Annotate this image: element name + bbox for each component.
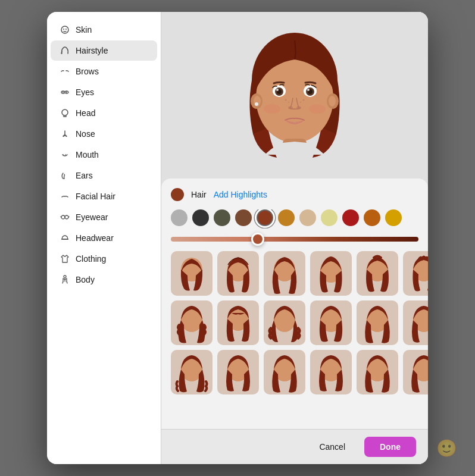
sidebar-item-eyewear[interactable]: Eyewear <box>51 207 157 227</box>
sidebar-item-ears[interactable]: Ears <box>51 165 157 186</box>
color-slider-thumb[interactable] <box>251 233 264 246</box>
cancel-button[interactable]: Cancel <box>307 438 357 456</box>
sidebar-nose-label: Nose <box>76 129 95 139</box>
hairstyle-item-15[interactable] <box>264 350 305 394</box>
swatch-red[interactable] <box>342 209 359 226</box>
avatar-preview <box>161 12 428 178</box>
sidebar-head-label: Head <box>76 108 95 118</box>
svg-line-13 <box>61 217 61 217</box>
hairstyle-item-5[interactable] <box>357 251 398 296</box>
color-swatches <box>171 209 418 228</box>
sidebar-item-nose[interactable]: Nose <box>51 124 157 144</box>
svg-point-0 <box>61 26 68 33</box>
hairstyle-item-4[interactable] <box>310 251 352 296</box>
clothing-icon <box>59 253 71 265</box>
hairstyle-item-12[interactable] <box>403 300 428 345</box>
sidebar-hairstyle-label: Hairstyle <box>76 46 108 55</box>
svg-point-37 <box>285 99 287 101</box>
swatch-brown[interactable] <box>235 209 252 226</box>
hairstyle-item-10[interactable] <box>310 300 352 345</box>
head-icon <box>59 107 71 119</box>
swatch-blonde[interactable] <box>321 209 338 226</box>
sidebar-item-headwear[interactable]: Headwear <box>51 228 157 248</box>
svg-point-6 <box>62 92 64 93</box>
sidebar-ears-label: Ears <box>76 171 93 180</box>
sidebar-mouth-label: Mouth <box>76 150 99 159</box>
svg-point-39 <box>303 99 305 101</box>
modal-container: Skin Hairstyle <box>47 12 428 464</box>
sidebar-item-body[interactable]: Body <box>51 270 157 290</box>
svg-line-17 <box>62 281 63 283</box>
swatch-gray[interactable] <box>171 209 188 226</box>
swatch-golden[interactable] <box>278 209 295 226</box>
main-content: Hair Add Highlights <box>161 12 428 464</box>
sidebar-item-brows[interactable]: Brows <box>51 61 157 82</box>
svg-point-35 <box>288 107 293 109</box>
hairstyle-item-13[interactable] <box>171 350 212 394</box>
hairstyle-icon <box>59 45 71 57</box>
hairstyle-grid <box>171 251 418 394</box>
hairstyle-item-3[interactable] <box>264 251 305 296</box>
sidebar-headwear-label: Headwear <box>76 233 114 243</box>
svg-point-31 <box>276 89 279 91</box>
sidebar-item-head[interactable]: Head <box>51 103 157 123</box>
sidebar-eyewear-label: Eyewear <box>76 212 108 222</box>
hair-label-row: Hair Add Highlights <box>171 188 418 201</box>
hairstyle-item-18[interactable] <box>403 350 428 394</box>
sidebar-clothing-label: Clothing <box>76 254 106 264</box>
facial-hair-icon <box>59 190 71 202</box>
svg-line-3 <box>61 51 62 54</box>
sidebar-facial-hair-label: Facial Hair <box>76 192 115 201</box>
hairstyle-item-11[interactable] <box>357 300 398 345</box>
hair-color-dot <box>171 188 184 201</box>
ears-icon <box>59 170 71 181</box>
bottom-bar: Cancel Done <box>161 429 428 464</box>
sidebar-item-facial-hair[interactable]: Facial Hair <box>51 186 157 206</box>
color-slider-track[interactable] <box>171 237 418 242</box>
hairstyle-item-8[interactable] <box>217 300 259 345</box>
hairstyle-item-9[interactable] <box>264 300 305 345</box>
hairstyle-item-17[interactable] <box>357 350 398 394</box>
done-button[interactable]: Done <box>364 437 416 457</box>
body-icon <box>59 274 71 286</box>
hairstyle-item-1[interactable] <box>171 251 212 296</box>
swatch-black[interactable] <box>192 209 209 226</box>
hairstyle-item-7[interactable] <box>171 300 212 345</box>
hairstyle-item-6[interactable] <box>403 251 428 296</box>
svg-line-14 <box>68 217 69 217</box>
nose-icon <box>59 128 71 140</box>
sidebar: Skin Hairstyle <box>47 12 161 464</box>
svg-point-8 <box>62 109 68 115</box>
swatch-dark-olive[interactable] <box>214 209 230 226</box>
svg-point-25 <box>255 102 258 106</box>
hair-label: Hair <box>191 190 207 199</box>
swatch-light-brown[interactable] <box>299 209 316 226</box>
hairstyle-item-16[interactable] <box>310 350 352 394</box>
sidebar-item-eyes[interactable]: Eyes <box>51 82 157 102</box>
svg-point-7 <box>66 92 67 93</box>
swatch-auburn[interactable] <box>257 209 273 226</box>
eyewear-icon <box>59 211 71 223</box>
sidebar-item-mouth[interactable]: Mouth <box>51 145 157 165</box>
mouth-icon <box>59 149 71 161</box>
svg-point-24 <box>329 96 336 107</box>
add-highlights-button[interactable]: Add Highlights <box>214 190 267 199</box>
sidebar-body-label: Body <box>76 275 95 284</box>
svg-point-10 <box>61 215 65 219</box>
slider-row <box>171 237 418 242</box>
sidebar-skin-label: Skin <box>76 25 92 35</box>
svg-point-16 <box>64 275 66 278</box>
sidebar-brows-label: Brows <box>76 67 99 76</box>
svg-point-41 <box>264 104 280 114</box>
hairstyle-item-14[interactable] <box>217 350 259 394</box>
swatch-orange[interactable] <box>364 209 380 226</box>
sidebar-item-clothing[interactable]: Clothing <box>51 249 157 269</box>
controls-area: Hair Add Highlights <box>161 178 428 429</box>
skin-icon <box>59 24 71 36</box>
hairstyle-item-2[interactable] <box>217 251 259 296</box>
swatch-dark-gold[interactable] <box>385 209 402 226</box>
svg-point-40 <box>300 102 301 103</box>
sidebar-item-skin[interactable]: Skin <box>51 20 157 40</box>
avatar-face <box>235 30 354 161</box>
sidebar-item-hairstyle[interactable]: Hairstyle <box>51 40 157 61</box>
